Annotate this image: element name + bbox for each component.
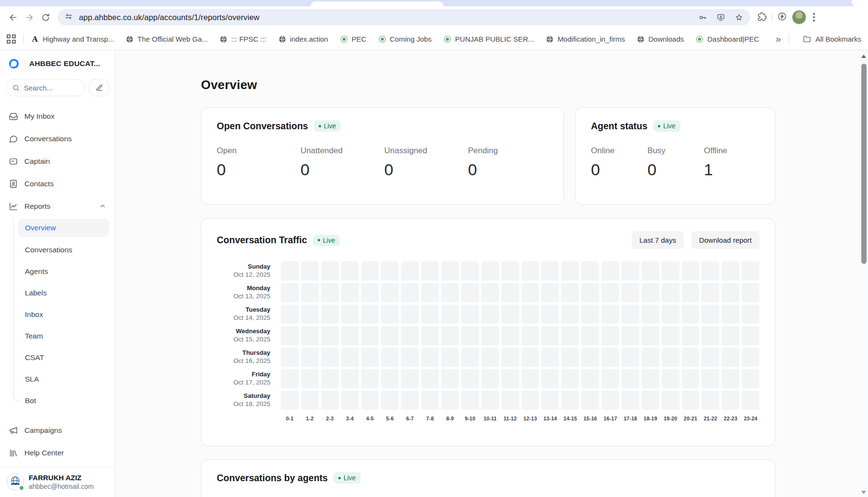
reports-submenu-item-conversations[interactable]: Conversations xyxy=(18,239,109,260)
user-profile[interactable]: FARRUKH AZIZ ahbbec@hotmail.com xyxy=(6,467,109,497)
chatwoot-logo-icon[interactable] xyxy=(9,58,19,69)
heatmap-hour-label: 1-2 xyxy=(301,416,319,421)
conversations-icon xyxy=(9,134,18,144)
sidebar-item-captain[interactable]: Captain xyxy=(6,150,109,172)
scrollbar-thumb[interactable] xyxy=(861,64,867,264)
bookmark-item[interactable]: Downloads xyxy=(636,35,684,44)
metric-label: Unassigned xyxy=(384,146,468,156)
heatmap-cell xyxy=(522,369,539,388)
heatmap-cell xyxy=(381,283,399,302)
conversation-traffic-title: Conversation Traffic xyxy=(217,235,307,246)
bookmark-item[interactable]: Coming Jobs xyxy=(378,35,432,44)
bookmark-item[interactable]: index.action xyxy=(278,35,328,44)
forward-button[interactable] xyxy=(21,9,37,25)
apps-grid-icon[interactable] xyxy=(7,34,16,44)
metric-busy: Busy0 xyxy=(647,146,704,179)
heatmap-hour-label: 16-17 xyxy=(601,416,619,421)
bookmark-item[interactable]: Modification_in_firms xyxy=(545,35,625,44)
all-bookmarks-button[interactable]: All Bookmarks xyxy=(802,34,861,44)
site-settings-icon[interactable] xyxy=(64,12,73,23)
heatmap-cell xyxy=(541,261,559,281)
reports-submenu-item-csat[interactable]: CSAT xyxy=(18,347,109,368)
bookmark-star-icon[interactable] xyxy=(731,10,746,25)
sidebar-footer-menu: CampaignsHelp Center xyxy=(6,419,109,464)
sidebar-item-reports[interactable]: Reports xyxy=(6,195,109,217)
sidebar-item-help-center[interactable]: Help Center xyxy=(6,441,109,464)
heatmap-cell xyxy=(361,348,379,367)
back-button[interactable] xyxy=(5,9,21,25)
heatmap-cell xyxy=(701,369,719,388)
heatmap-cell xyxy=(481,261,499,281)
metric-open: Open0 xyxy=(217,146,300,179)
bookmark-item[interactable]: ::: FPSC ::: xyxy=(219,35,266,44)
heatmap-row: TuesdayOct 14, 2025 xyxy=(217,305,759,324)
url-text[interactable]: app.ahbbec.co.uk/app/accounts/1/reports/… xyxy=(79,13,695,22)
download-report-button[interactable]: Download report xyxy=(691,231,759,249)
bookmark-item[interactable]: AHighway and Transp... xyxy=(31,35,114,44)
bookmark-item[interactable]: PEC xyxy=(340,35,367,44)
browser-menu-icon[interactable] xyxy=(811,11,817,23)
heatmap-cell xyxy=(662,369,679,388)
all-bookmarks-label: All Bookmarks xyxy=(815,35,861,43)
page-scrollbar[interactable] xyxy=(860,50,868,497)
workspace-name[interactable]: AHBBEC EDUCAT... xyxy=(29,59,100,68)
globe-favicon-icon xyxy=(219,35,228,44)
heatmap-date-label: Oct 16, 2025 xyxy=(217,357,270,365)
sidebar-item-contacts[interactable]: Contacts xyxy=(6,172,109,195)
search-input[interactable]: Search... xyxy=(6,79,85,96)
heatmap-cell xyxy=(301,261,319,281)
reports-submenu-item-overview[interactable]: Overview xyxy=(18,219,109,237)
active-tab[interactable] xyxy=(311,1,444,6)
install-app-icon[interactable] xyxy=(713,10,728,25)
bookmark-item[interactable]: The Official Web Ga... xyxy=(125,35,208,44)
scrollbar-up-arrow[interactable] xyxy=(861,55,866,58)
sidebar-item-campaigns[interactable]: Campaigns xyxy=(6,419,109,441)
browser-toolbar: app.ahbbec.co.uk/app/accounts/1/reports/… xyxy=(0,6,868,28)
reports-submenu-item-inbox[interactable]: Inbox xyxy=(18,304,109,325)
heatmap-cell xyxy=(662,348,679,367)
heatmap-cell xyxy=(701,305,719,324)
heatmap-row: ThursdayOct 16, 2025 xyxy=(217,348,759,367)
heatmap-cell xyxy=(441,348,459,367)
heatmap-cell xyxy=(401,283,419,302)
browser-profile-avatar[interactable] xyxy=(792,10,806,24)
date-range-button[interactable]: Last 7 days xyxy=(632,231,684,249)
heatmap-cell xyxy=(541,369,559,388)
reports-submenu-item-agents[interactable]: Agents xyxy=(18,260,109,282)
extensions-icon[interactable] xyxy=(757,11,767,23)
heatmap-date-label: Oct 18, 2025 xyxy=(217,400,270,408)
heatmap-cell xyxy=(481,369,499,388)
heatmap-cell xyxy=(401,326,419,345)
heatmap-row: SundayOct 12, 2025 xyxy=(217,261,759,281)
heatmap-cell xyxy=(281,305,299,324)
bookmark-label: index.action xyxy=(290,35,328,43)
bookmark-item[interactable]: Dashboard|PEC xyxy=(695,35,759,44)
scrollbar-down-arrow[interactable] xyxy=(861,491,866,494)
reports-submenu-item-team[interactable]: Team xyxy=(18,325,109,347)
heatmap-cell xyxy=(642,283,659,302)
heatmap-hour-label: 14-15 xyxy=(561,416,579,421)
agent-status-metrics: Online0Busy0Offline1 xyxy=(591,146,759,179)
heatmap-cell xyxy=(481,348,499,367)
heatmap-cell xyxy=(481,305,499,324)
reports-submenu-item-labels[interactable]: Labels xyxy=(18,282,109,304)
heatmap-cell xyxy=(742,391,759,410)
reports-submenu-item-sla[interactable]: SLA xyxy=(18,368,109,390)
address-bar[interactable]: app.ahbbec.co.uk/app/accounts/1/reports/… xyxy=(57,9,750,25)
bookmarks-overflow-chevron[interactable]: » xyxy=(776,34,781,45)
sidebar-item-my-inbox[interactable]: My Inbox xyxy=(6,105,109,127)
password-key-icon[interactable] xyxy=(695,10,710,25)
workspace-divider xyxy=(24,59,24,68)
bookmark-item[interactable]: PUNJAB PUBLIC SER... xyxy=(443,35,534,44)
heatmap-cell xyxy=(682,348,700,367)
heatmap-cell xyxy=(461,326,479,345)
performance-icon[interactable] xyxy=(777,11,787,23)
compose-button[interactable] xyxy=(89,79,109,96)
heatmap-hour-label: 4-5 xyxy=(361,416,379,421)
reload-button[interactable] xyxy=(37,9,54,25)
globe-favicon-icon xyxy=(636,35,645,44)
sidebar-item-conversations[interactable]: Conversations xyxy=(6,127,109,150)
heatmap-cell xyxy=(401,369,419,388)
metric-value: 0 xyxy=(468,160,552,179)
reports-submenu-item-bot[interactable]: Bot xyxy=(18,390,109,411)
